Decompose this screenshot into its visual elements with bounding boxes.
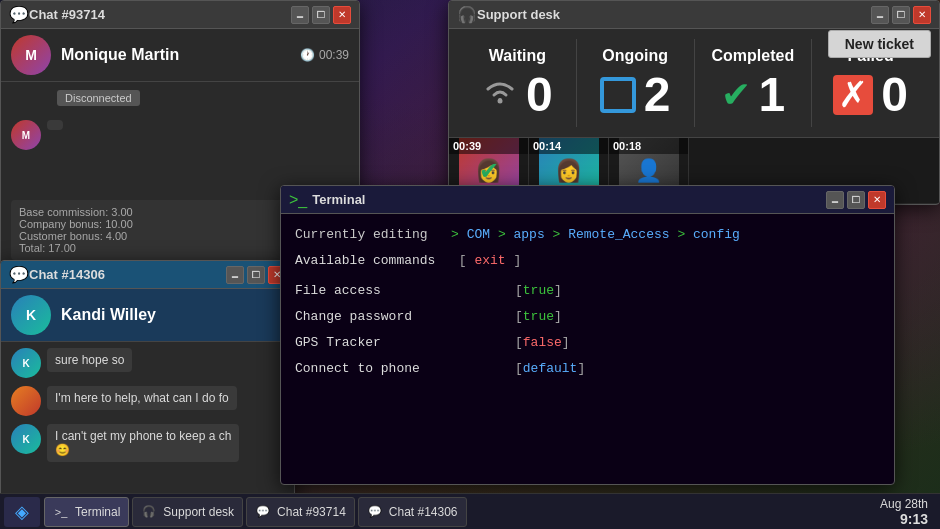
terminal-command-row: Connect to phone [ default ] — [295, 358, 880, 380]
username: Monique Martin — [61, 46, 300, 64]
terminal-body[interactable]: Currently editing > COM > apps > Remote_… — [281, 214, 894, 395]
terminal-command-row: File access [ true ] — [295, 280, 880, 302]
chat-93714-titlebar[interactable]: 💬 Chat #93714 🗕 ⧠ ✕ — [1, 1, 359, 29]
message-avatar — [11, 386, 41, 416]
maximize-button[interactable]: ⧠ — [247, 266, 265, 284]
command-value: true — [523, 306, 554, 328]
user-info: Monique Martin — [51, 46, 300, 64]
stat-completed-label: Completed — [712, 47, 795, 65]
terminal-title: Terminal — [312, 192, 823, 207]
disconnected-badge: Disconnected — [57, 90, 140, 106]
stat-ongoing-label: Ongoing — [602, 47, 668, 65]
chat-messages: M — [1, 114, 359, 196]
message-avatar: M — [11, 120, 41, 150]
support-taskbar-icon: 🎧 — [141, 504, 157, 520]
maximize-button[interactable]: ⧠ — [312, 6, 330, 24]
wifi-icon — [482, 77, 518, 114]
stat-waiting-count: 0 — [526, 71, 553, 119]
taskbar-support-label: Support desk — [163, 505, 234, 519]
minimize-button[interactable]: 🗕 — [871, 6, 889, 24]
close-button[interactable]: ✕ — [868, 191, 886, 209]
command-value: true — [523, 280, 554, 302]
terminal-prompt-icon: >_ — [289, 191, 307, 209]
stat-waiting-label: Waiting — [489, 47, 546, 65]
message-text: I'm here to help, what can I do fo — [47, 386, 237, 410]
taskbar-support-desk[interactable]: 🎧 Support desk — [132, 497, 243, 527]
support-desk-titlebar[interactable]: 🎧 Support desk 🗕 ⧠ ✕ — [449, 1, 939, 29]
command-value: false — [523, 332, 562, 354]
message-row: K I can't get my phone to keep a ch😊 — [11, 424, 284, 462]
stat-ongoing: Ongoing 2 — [577, 39, 695, 127]
user-info: Kandi Willey — [51, 306, 284, 324]
start-button[interactable]: ◈ — [4, 497, 40, 527]
messages-area: K sure hope so I'm here to help, what ca… — [1, 342, 294, 476]
stat-waiting: Waiting 0 — [459, 39, 577, 127]
terminal-commands-table: File access [ true ] Change password [ t… — [295, 280, 880, 380]
clock-time: 9:13 — [880, 511, 928, 527]
message-avatar: K — [11, 424, 41, 454]
terminal-titlebar[interactable]: >_ Terminal 🗕 ⧠ ✕ — [281, 186, 894, 214]
chat-14306-titlebar[interactable]: 💬 Chat #14306 🗕 ⧠ ✕ — [1, 261, 294, 289]
maximize-button[interactable]: ⧠ — [847, 191, 865, 209]
currently-editing-label: Currently editing — [295, 227, 443, 242]
stat-failed-count: 0 — [881, 71, 908, 119]
chat-14306-taskbar-icon: 💬 — [367, 504, 383, 520]
ticket-time-2: 00:14 — [529, 138, 608, 154]
support-desk-title: Support desk — [477, 7, 868, 22]
chat-time: 🕐 00:39 — [300, 48, 349, 62]
maximize-button[interactable]: ⧠ — [892, 6, 910, 24]
username: Kandi Willey — [61, 306, 284, 324]
chat-icon: 💬 — [9, 5, 29, 24]
command-key: GPS Tracker — [295, 332, 515, 354]
message-avatar: K — [11, 348, 41, 378]
taskbar-clock: Aug 28th 9:13 — [880, 497, 936, 527]
chat-14306-window: 💬 Chat #14306 🗕 ⧠ ✕ K Kandi Willey K sur… — [0, 260, 295, 529]
taskbar-chat-14306-label: Chat #14306 — [389, 505, 458, 519]
chat-14306-header: K Kandi Willey — [1, 289, 294, 342]
taskbar: ◈ >_ Terminal 🎧 Support desk 💬 Chat #937… — [0, 493, 940, 529]
ticket-time-3: 00:18 — [609, 138, 688, 154]
stat-completed-count: 1 — [759, 71, 786, 119]
checkmark-icon: ✔ — [721, 74, 751, 116]
minimize-button[interactable]: 🗕 — [826, 191, 844, 209]
failed-icon: ✗ — [833, 75, 873, 115]
command-key: File access — [295, 280, 515, 302]
avatar: K — [11, 295, 51, 335]
support-icon: 🎧 — [457, 5, 477, 24]
taskbar-terminal-label: Terminal — [75, 505, 120, 519]
ticket-time-1: 00:39 — [449, 138, 528, 154]
avatar: M — [11, 35, 51, 75]
chat-93714-taskbar-icon: 💬 — [255, 504, 271, 520]
ongoing-icon — [600, 77, 636, 113]
chat-93714-title: Chat #93714 — [29, 7, 288, 22]
clock-date: Aug 28th — [880, 497, 928, 511]
message-row: K sure hope so — [11, 348, 284, 378]
close-button[interactable]: ✕ — [913, 6, 931, 24]
command-key: Connect to phone — [295, 358, 515, 380]
taskbar-chat-93714-label: Chat #93714 — [277, 505, 346, 519]
message-text: I can't get my phone to keep a ch😊 — [47, 424, 239, 462]
close-button[interactable]: ✕ — [333, 6, 351, 24]
message-text — [47, 120, 63, 130]
chat-93714-header: M Monique Martin 🕐 00:39 — [1, 29, 359, 82]
terminal-command-row: GPS Tracker [ false ] — [295, 332, 880, 354]
command-value: default — [523, 358, 578, 380]
terminal-path: Currently editing > COM > apps > Remote_… — [295, 224, 880, 246]
terminal-available-commands: Available commands [ exit ] — [295, 250, 880, 272]
chat-14306-title: Chat #14306 — [29, 267, 223, 282]
terminal-window: >_ Terminal 🗕 ⧠ ✕ Currently editing > CO… — [280, 185, 895, 485]
taskbar-chat-14306[interactable]: 💬 Chat #14306 — [358, 497, 467, 527]
support-desk-window: 🎧 Support desk 🗕 ⧠ ✕ Waiting — [448, 0, 940, 205]
taskbar-chat-93714[interactable]: 💬 Chat #93714 — [246, 497, 355, 527]
taskbar-terminal[interactable]: >_ Terminal — [44, 497, 129, 527]
message-text: sure hope so — [47, 348, 132, 372]
chat-icon: 💬 — [9, 265, 29, 284]
minimize-button[interactable]: 🗕 — [226, 266, 244, 284]
stat-ongoing-count: 2 — [644, 71, 671, 119]
ticket-checkmark: ✔ — [479, 157, 499, 185]
message-row: I'm here to help, what can I do fo — [11, 386, 284, 416]
clock-icon: 🕐 — [300, 48, 315, 62]
stat-completed: Completed ✔ 1 — [695, 39, 813, 127]
minimize-button[interactable]: 🗕 — [291, 6, 309, 24]
new-ticket-button[interactable]: New ticket — [828, 30, 931, 58]
